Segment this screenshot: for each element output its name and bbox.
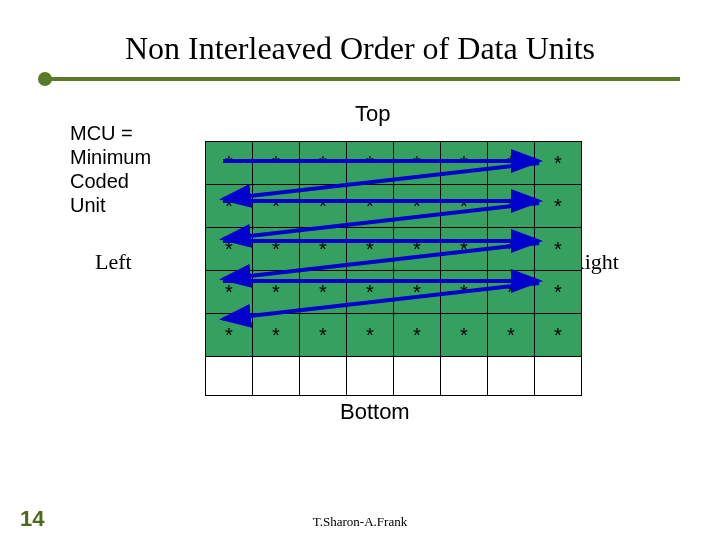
grid-cell: *	[300, 271, 347, 314]
grid-cell: *	[488, 142, 535, 185]
grid-cell: *	[206, 228, 253, 271]
label-top: Top	[355, 101, 390, 127]
grid-cell: *	[441, 185, 488, 228]
grid-cell: *	[488, 271, 535, 314]
grid-cell: *	[347, 228, 394, 271]
grid-cell: *	[441, 314, 488, 357]
grid-blank-cell	[535, 357, 582, 396]
grid-cell: *	[347, 185, 394, 228]
grid-cell: *	[253, 185, 300, 228]
mcu-definition: MCU = Minimum Coded Unit	[70, 121, 151, 217]
diagram-area: MCU = Minimum Coded Unit Top Left Right …	[0, 111, 720, 451]
grid-cell: *	[347, 271, 394, 314]
grid-blank-cell	[394, 357, 441, 396]
rule-dot	[38, 72, 52, 86]
grid-cell: *	[535, 228, 582, 271]
grid-cell: *	[394, 314, 441, 357]
grid-cell: *	[206, 271, 253, 314]
grid-cell: *	[347, 142, 394, 185]
grid-blank-cell	[253, 357, 300, 396]
grid-blank-cell	[206, 357, 253, 396]
label-left: Left	[95, 249, 132, 275]
grid-cell: *	[488, 185, 535, 228]
page-number: 14	[20, 506, 44, 532]
grid-cell: *	[347, 314, 394, 357]
grid-cell: *	[488, 228, 535, 271]
grid-cell: *	[394, 142, 441, 185]
grid-cell: *	[300, 142, 347, 185]
footer-credit: T.Sharon-A.Frank	[0, 514, 720, 530]
grid-cell: *	[394, 185, 441, 228]
grid-cell: *	[441, 142, 488, 185]
grid-cell: *	[535, 185, 582, 228]
grid-cell: *	[300, 228, 347, 271]
grid-cell: *	[206, 314, 253, 357]
grid-blank-cell	[488, 357, 535, 396]
title-rule	[40, 77, 680, 81]
label-bottom: Bottom	[340, 399, 410, 425]
grid-cell: *	[206, 142, 253, 185]
grid-cell: *	[253, 142, 300, 185]
grid-cell: *	[441, 271, 488, 314]
grid-cell: *	[394, 271, 441, 314]
data-grid: ****************************************	[205, 141, 582, 396]
grid-cell: *	[253, 314, 300, 357]
grid-cell: *	[300, 185, 347, 228]
grid-cell: *	[394, 228, 441, 271]
grid-cell: *	[535, 142, 582, 185]
slide-title: Non Interleaved Order of Data Units	[0, 30, 720, 67]
grid-cell: *	[535, 314, 582, 357]
grid-cell: *	[441, 228, 488, 271]
grid-cell: *	[300, 314, 347, 357]
grid-blank-cell	[300, 357, 347, 396]
grid-cell: *	[253, 228, 300, 271]
grid-cell: *	[535, 271, 582, 314]
grid-cell: *	[488, 314, 535, 357]
grid-blank-cell	[441, 357, 488, 396]
grid-blank-cell	[347, 357, 394, 396]
grid-cell: *	[206, 185, 253, 228]
grid-cell: *	[253, 271, 300, 314]
